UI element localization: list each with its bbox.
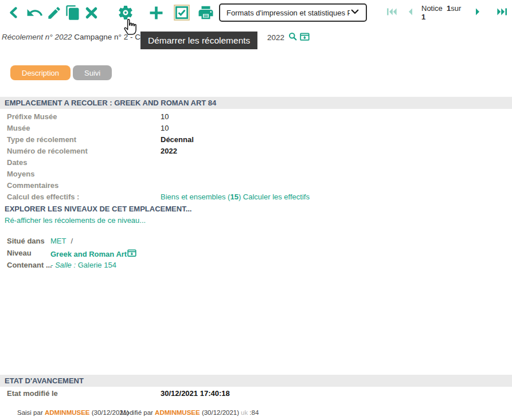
search-icon[interactable] [288,32,298,43]
breadcrumb-year: 2022 [267,33,284,42]
pencil-icon [46,5,62,21]
field-row: Moyens [0,168,512,180]
copy-icon [65,5,81,21]
notice-counter: Notice 1sur 1 [421,4,466,21]
last-record-button[interactable] [492,7,512,19]
add-button[interactable] [147,4,165,22]
field-row: Numéro de récolement2022 [0,146,512,157]
chevron-prev-icon [407,7,413,19]
record-nav: Notice 1sur 1 [382,4,512,21]
saisi-par: Saisi par ADMINMUSEE (30/12/2021) [17,409,129,416]
tab-bar: Description Suivi [10,65,112,80]
tab-description[interactable]: Description [10,65,71,80]
niveau-link[interactable]: Greek and Roman Art [50,249,136,259]
calculer-effectifs-link[interactable]: Calculer les effectifs [243,193,310,201]
breadcrumb-campagne: Campagne n° 2 - Ca [72,33,144,41]
duplicate-button[interactable] [65,5,81,21]
uk-badge: uk :84 [241,409,259,416]
skip-first-icon [386,7,397,19]
refresh-recolements-link[interactable]: Ré-afficher les récolements de ce niveau… [5,216,146,225]
field-row: Préfixe Musée10 [0,111,512,123]
print-formats-dropdown-value: Formats d'impression et statistiques PV.… [226,9,350,17]
met-link[interactable]: MET [50,237,66,245]
back-button[interactable] [7,4,21,21]
emplacement-fields: Préfixe Musée10 Musée10 Type de récoleme… [0,111,512,203]
open-level-icon[interactable] [127,249,136,259]
field-row: Type de récolementDécennal [0,134,512,146]
field-row: Calcul des effectifs : Biens et ensemble… [0,191,512,203]
gear-icon [117,4,134,21]
checkbox-checked-icon [174,5,190,21]
tab-suivi[interactable]: Suivi [73,65,112,80]
modifie-par: Modifié par ADMINMUSEE (30/12/2021) [120,409,239,416]
print-button[interactable] [197,4,214,21]
field-row: Musée10 [0,123,512,134]
previous-record-button[interactable] [402,7,418,19]
field-row: Commentaires [0,180,512,191]
breadcrumb: Récolement n° 2022 Campagne n° 2 - Ca [2,33,144,41]
saisi-user: ADMINMUSEE [45,409,90,416]
explorer-title: EXPLORER LES NIVEAUX DE CET EMPLACEMENT.… [5,205,192,213]
undo-button[interactable] [26,4,44,22]
skip-last-icon [497,7,507,19]
close-icon [84,5,99,21]
section-etat-title: ETAT D'AVANCEMENT [5,376,84,385]
tooltip-text: Démarrer les récolements [148,36,250,45]
section-etat-header: ETAT D'AVANCEMENT [0,375,512,387]
modifie-user: ADMINMUSEE [155,409,200,416]
biens-ensembles-link[interactable]: Biens et ensembles (15) [161,193,241,201]
validate-button[interactable] [174,5,190,21]
breadcrumb-right: 2022 [267,32,310,43]
plus-icon [147,4,165,22]
open-window-icon[interactable] [300,32,310,43]
effectifs-links: Biens et ensembles (15) Calculer les eff… [161,193,310,201]
breadcrumb-recolement: Récolement n° 2022 [2,33,72,41]
next-record-button[interactable] [470,7,486,19]
salle-link[interactable]: - Salle : Galerie 154 [50,261,116,269]
edit-button[interactable] [46,5,62,21]
delete-button[interactable] [84,5,99,21]
chevron-down-icon [350,6,360,19]
start-recolement-button[interactable] [117,4,134,21]
chevron-left-icon [7,4,21,21]
section-emplacement-header: EMPLACEMENT A RECOLER : GREEK AND ROMAN … [0,97,512,109]
chevron-next-icon [475,7,482,19]
toolbar: Formats d'impression et statistiques PV.… [0,1,512,24]
print-formats-dropdown[interactable]: Formats d'impression et statistiques PV.… [219,3,367,22]
field-row: Dates [0,157,512,168]
tooltip: Démarrer les récolements [140,32,257,49]
undo-icon [26,4,44,22]
first-record-button[interactable] [382,7,402,19]
printer-icon [197,4,214,21]
section-emplacement-title: EMPLACEMENT A RECOLER : GREEK AND ROMAN … [5,99,216,107]
